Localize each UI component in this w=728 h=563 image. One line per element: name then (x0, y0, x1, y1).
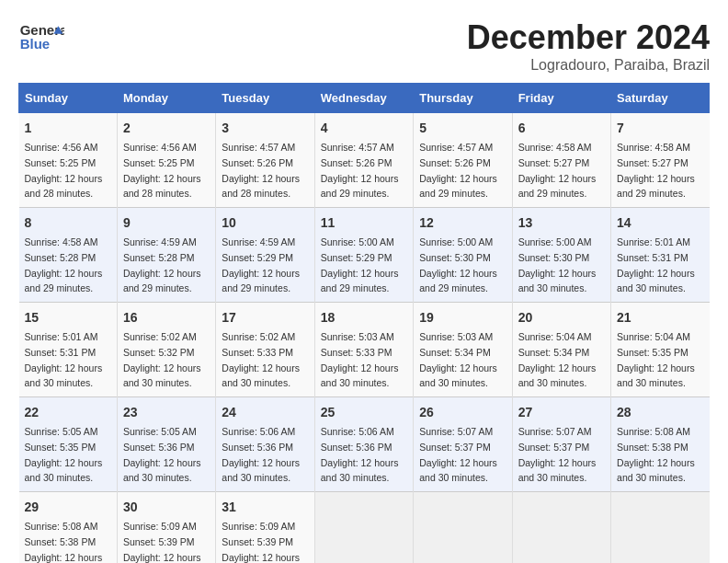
month-title: December 2024 (467, 18, 710, 57)
day-number: 13 (518, 213, 605, 233)
day-cell (611, 492, 710, 564)
weekday-header-wednesday: Wednesday (314, 84, 413, 113)
day-cell: 9Sunrise: 4:59 AM Sunset: 5:28 PM Daylig… (117, 208, 215, 303)
day-info: Sunrise: 5:04 AM Sunset: 5:34 PM Dayligh… (518, 331, 597, 388)
day-number: 21 (617, 308, 703, 327)
day-cell: 28Sunrise: 5:08 AM Sunset: 5:38 PM Dayli… (611, 397, 710, 492)
day-info: Sunrise: 4:58 AM Sunset: 5:27 PM Dayligh… (617, 142, 695, 199)
day-number: 28 (617, 403, 703, 422)
day-info: Sunrise: 5:05 AM Sunset: 5:36 PM Dayligh… (123, 426, 201, 483)
day-cell: 24Sunrise: 5:06 AM Sunset: 5:36 PM Dayli… (216, 397, 314, 492)
weekday-header-sunday: Sunday (19, 84, 118, 113)
day-info: Sunrise: 5:00 AM Sunset: 5:30 PM Dayligh… (419, 236, 497, 293)
day-cell: 11Sunrise: 5:00 AM Sunset: 5:29 PM Dayli… (314, 208, 413, 303)
day-cell: 12Sunrise: 5:00 AM Sunset: 5:30 PM Dayli… (414, 208, 512, 303)
day-number: 15 (25, 308, 111, 327)
logo-icon: General Blue (18, 18, 64, 55)
day-cell: 10Sunrise: 4:59 AM Sunset: 5:29 PM Dayli… (216, 208, 314, 303)
day-info: Sunrise: 5:01 AM Sunset: 5:31 PM Dayligh… (617, 236, 695, 293)
day-cell (414, 492, 512, 564)
day-cell: 7Sunrise: 4:58 AM Sunset: 5:27 PM Daylig… (611, 113, 710, 208)
calendar-table: SundayMondayTuesdayWednesdayThursdayFrid… (18, 83, 710, 563)
day-number: 3 (222, 119, 308, 138)
day-number: 29 (25, 498, 111, 517)
day-info: Sunrise: 4:57 AM Sunset: 5:26 PM Dayligh… (419, 142, 497, 199)
day-cell: 2Sunrise: 4:56 AM Sunset: 5:25 PM Daylig… (117, 113, 215, 208)
week-row-1: 1Sunrise: 4:56 AM Sunset: 5:25 PM Daylig… (19, 113, 710, 208)
day-info: Sunrise: 5:04 AM Sunset: 5:35 PM Dayligh… (617, 331, 695, 388)
day-cell (512, 492, 610, 564)
day-number: 14 (617, 213, 703, 233)
day-cell: 3Sunrise: 4:57 AM Sunset: 5:26 PM Daylig… (216, 113, 314, 208)
day-cell: 22Sunrise: 5:05 AM Sunset: 5:35 PM Dayli… (19, 397, 118, 492)
day-number: 23 (123, 403, 210, 422)
weekday-header-monday: Monday (117, 84, 215, 113)
day-cell: 15Sunrise: 5:01 AM Sunset: 5:31 PM Dayli… (19, 303, 118, 397)
day-info: Sunrise: 5:08 AM Sunset: 5:38 PM Dayligh… (617, 426, 695, 483)
week-row-5: 29Sunrise: 5:08 AM Sunset: 5:38 PM Dayli… (19, 492, 710, 564)
day-cell: 26Sunrise: 5:07 AM Sunset: 5:37 PM Dayli… (414, 397, 512, 492)
day-info: Sunrise: 4:58 AM Sunset: 5:27 PM Dayligh… (518, 142, 597, 199)
day-info: Sunrise: 5:05 AM Sunset: 5:35 PM Dayligh… (25, 426, 103, 483)
day-info: Sunrise: 5:09 AM Sunset: 5:39 PM Dayligh… (123, 521, 201, 563)
day-cell: 25Sunrise: 5:06 AM Sunset: 5:36 PM Dayli… (314, 397, 413, 492)
day-number: 9 (123, 213, 210, 233)
title-area: December 2024 Logradouro, Paraiba, Brazi… (467, 18, 710, 74)
day-number: 5 (419, 119, 506, 138)
day-info: Sunrise: 4:59 AM Sunset: 5:29 PM Dayligh… (222, 236, 300, 293)
day-cell: 6Sunrise: 4:58 AM Sunset: 5:27 PM Daylig… (512, 113, 610, 208)
day-cell: 13Sunrise: 5:00 AM Sunset: 5:30 PM Dayli… (512, 208, 610, 303)
day-info: Sunrise: 5:00 AM Sunset: 5:30 PM Dayligh… (518, 236, 597, 293)
day-number: 4 (321, 119, 407, 138)
location: Logradouro, Paraiba, Brazil (467, 57, 710, 74)
day-cell: 18Sunrise: 5:03 AM Sunset: 5:33 PM Dayli… (314, 303, 413, 397)
day-cell: 19Sunrise: 5:03 AM Sunset: 5:34 PM Dayli… (414, 303, 512, 397)
day-info: Sunrise: 4:57 AM Sunset: 5:26 PM Dayligh… (321, 142, 399, 199)
weekday-header-row: SundayMondayTuesdayWednesdayThursdayFrid… (19, 84, 710, 113)
day-number: 2 (123, 119, 210, 138)
day-number: 31 (222, 498, 308, 517)
day-number: 6 (518, 119, 605, 138)
day-cell: 4Sunrise: 4:57 AM Sunset: 5:26 PM Daylig… (314, 113, 413, 208)
day-cell: 20Sunrise: 5:04 AM Sunset: 5:34 PM Dayli… (512, 303, 610, 397)
day-info: Sunrise: 4:57 AM Sunset: 5:26 PM Dayligh… (222, 142, 300, 199)
week-row-3: 15Sunrise: 5:01 AM Sunset: 5:31 PM Dayli… (19, 303, 710, 397)
day-number: 24 (222, 403, 308, 422)
day-cell: 17Sunrise: 5:02 AM Sunset: 5:33 PM Dayli… (216, 303, 314, 397)
day-cell: 5Sunrise: 4:57 AM Sunset: 5:26 PM Daylig… (414, 113, 512, 208)
day-info: Sunrise: 5:06 AM Sunset: 5:36 PM Dayligh… (321, 426, 399, 483)
day-info: Sunrise: 4:56 AM Sunset: 5:25 PM Dayligh… (123, 142, 201, 199)
day-cell: 8Sunrise: 4:58 AM Sunset: 5:28 PM Daylig… (19, 208, 118, 303)
day-info: Sunrise: 5:02 AM Sunset: 5:33 PM Dayligh… (222, 331, 300, 388)
day-number: 25 (321, 403, 407, 422)
day-info: Sunrise: 5:09 AM Sunset: 5:39 PM Dayligh… (222, 521, 300, 563)
day-cell: 30Sunrise: 5:09 AM Sunset: 5:39 PM Dayli… (117, 492, 215, 564)
day-number: 20 (518, 308, 605, 327)
weekday-header-thursday: Thursday (414, 84, 512, 113)
day-info: Sunrise: 4:59 AM Sunset: 5:28 PM Dayligh… (123, 236, 201, 293)
day-cell (314, 492, 413, 564)
day-number: 19 (419, 308, 506, 327)
day-info: Sunrise: 5:07 AM Sunset: 5:37 PM Dayligh… (419, 426, 497, 483)
day-info: Sunrise: 4:56 AM Sunset: 5:25 PM Dayligh… (25, 142, 103, 199)
day-number: 16 (123, 308, 210, 327)
day-number: 8 (25, 213, 111, 233)
day-number: 26 (419, 403, 506, 422)
day-info: Sunrise: 5:01 AM Sunset: 5:31 PM Dayligh… (25, 331, 103, 388)
weekday-header-tuesday: Tuesday (216, 84, 314, 113)
day-info: Sunrise: 5:06 AM Sunset: 5:36 PM Dayligh… (222, 426, 300, 483)
day-number: 30 (123, 498, 210, 517)
day-cell: 21Sunrise: 5:04 AM Sunset: 5:35 PM Dayli… (611, 303, 710, 397)
day-cell: 1Sunrise: 4:56 AM Sunset: 5:25 PM Daylig… (19, 113, 118, 208)
day-number: 22 (25, 403, 111, 422)
weekday-header-saturday: Saturday (611, 84, 710, 113)
logo: General Blue (18, 18, 68, 55)
day-info: Sunrise: 5:07 AM Sunset: 5:37 PM Dayligh… (518, 426, 597, 483)
day-number: 1 (25, 119, 111, 138)
weekday-header-friday: Friday (512, 84, 610, 113)
day-cell: 27Sunrise: 5:07 AM Sunset: 5:37 PM Dayli… (512, 397, 610, 492)
day-number: 7 (617, 119, 703, 138)
day-info: Sunrise: 5:03 AM Sunset: 5:33 PM Dayligh… (321, 331, 399, 388)
day-cell: 14Sunrise: 5:01 AM Sunset: 5:31 PM Dayli… (611, 208, 710, 303)
day-cell: 23Sunrise: 5:05 AM Sunset: 5:36 PM Dayli… (117, 397, 215, 492)
